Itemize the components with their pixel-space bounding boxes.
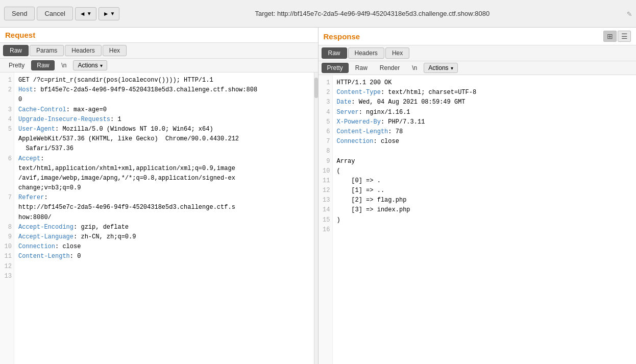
request-pretty-tab[interactable]: Pretty [3,60,30,70]
request-title: Request [5,31,35,39]
tab-request-hex[interactable]: Hex [103,45,127,56]
request-scrollbar[interactable] [314,72,318,364]
response-sub-tab-bar: Pretty Raw Render \n Actions ▾ [319,61,637,75]
response-panel-header: Response ⊞ ☰ [319,28,637,45]
back-dropdown-icon: ▼ [87,11,92,16]
response-line-numbers: 1 2 3 4 5 6 7 8 9 10 11 12 13 14 15 16 [319,75,333,364]
request-panel: Request Raw Params Headers Hex Pretty Ra… [0,28,319,364]
response-actions-button[interactable]: Actions ▾ [424,63,457,73]
response-content-area[interactable]: 1 2 3 4 5 6 7 8 9 10 11 12 13 14 15 16 H… [319,75,637,364]
tab-request-raw[interactable]: Raw [3,45,29,56]
panels: Request Raw Params Headers Hex Pretty Ra… [0,28,636,364]
request-newline-tab[interactable]: \n [56,60,72,70]
response-raw-tab[interactable]: Raw [350,63,373,73]
request-raw-tab[interactable]: Raw [31,60,55,70]
request-actions-button[interactable]: Actions ▾ [73,60,107,70]
response-panel: Response ⊞ ☰ Raw Headers Hex Pretty Raw … [319,28,637,364]
request-content-area[interactable]: 1 2 3 4 5 6 7 8 9 10 11 12 [0,72,318,364]
response-tab-bar: Raw Headers Hex [319,45,637,61]
edit-url-icon[interactable]: ✎ [627,9,632,19]
forward-icon: ► [103,10,109,17]
tab-response-headers[interactable]: Headers [348,47,384,59]
request-line-numbers: 1 2 3 4 5 6 7 8 9 10 11 12 [0,72,14,364]
response-newline-tab[interactable]: \n [406,63,423,73]
request-tab-bar: Raw Params Headers Hex [0,43,318,59]
tab-request-headers[interactable]: Headers [65,45,101,56]
request-scroll-thumb [314,78,318,98]
request-actions-caret: ▾ [100,63,103,68]
response-actions-label: Actions [428,64,448,71]
forward-button[interactable]: ► ▼ [99,7,120,20]
send-button[interactable]: Send [4,7,35,20]
list-icon: ☰ [621,32,628,40]
response-render-tab[interactable]: Render [374,63,405,73]
view-icons-group: ⊞ ☰ [603,31,631,42]
grid-icon: ⊞ [607,32,613,40]
tab-request-params[interactable]: Params [30,45,64,56]
request-sub-tab-bar: Pretty Raw \n Actions ▾ [0,59,318,72]
response-actions-caret: ▾ [451,65,453,71]
target-url-label: Target: http://bf145e7c-2da5-4e96-94f9-4… [121,10,623,17]
request-code: GET /?c=print_r(scandir(pos(localeconv()… [14,72,314,364]
cancel-button[interactable]: Cancel [37,7,72,20]
response-title: Response [324,32,360,41]
tab-response-raw[interactable]: Raw [322,47,347,59]
request-actions-label: Actions [78,62,97,69]
request-panel-header: Request [0,28,318,43]
response-pretty-tab[interactable]: Pretty [322,63,349,73]
back-button[interactable]: ◄ ▼ [75,7,96,20]
forward-dropdown-icon: ▼ [110,11,115,16]
list-view-button[interactable]: ☰ [618,31,631,42]
response-code: HTTP/1.1 200 OK Content-Type: text/html;… [333,75,637,364]
back-icon: ◄ [80,10,86,17]
tab-response-hex[interactable]: Hex [385,47,409,59]
toolbar: Send Cancel ◄ ▼ ► ▼ Target: http://bf145… [0,0,636,28]
grid-view-button[interactable]: ⊞ [603,31,617,42]
